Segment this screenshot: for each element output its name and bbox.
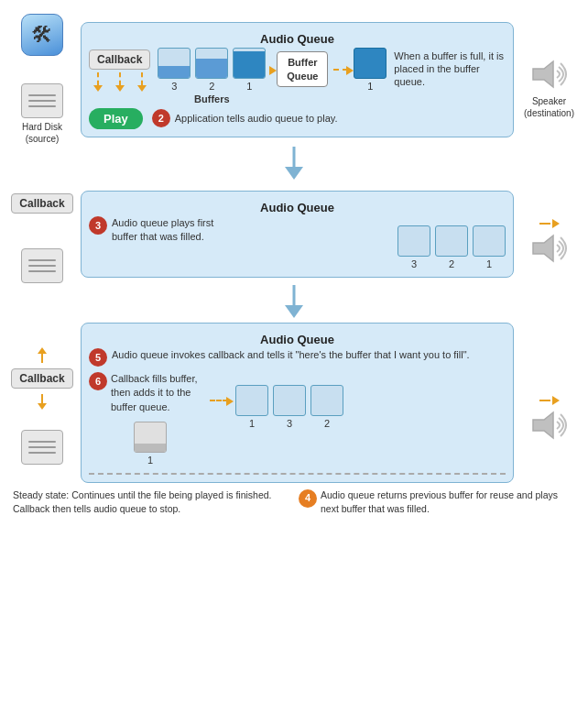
d3-right-area [519, 363, 579, 444]
d1-left-area: 🛠 Hard Disk (source) [9, 14, 75, 145]
main-container: 🛠 Hard Disk (source) Audio Queue [0, 0, 588, 525]
play-button[interactable]: Play [89, 108, 143, 129]
bottom-note-steady: Steady state: Continues until the file b… [13, 488, 289, 515]
step-5-circle: 5 [89, 348, 107, 367]
d3-buffer-2: 2 [310, 385, 343, 429]
step-3-circle: 3 [89, 216, 107, 235]
buffer-3: 3 [158, 48, 191, 92]
hard-disk-icon: Hard Disk (source) [9, 83, 75, 145]
speaker-icon-1 [528, 56, 572, 93]
speaker-1: Speaker (destination) [519, 56, 579, 119]
callback-box-2: Callback [11, 193, 72, 214]
diagram-3: Callback Audio Queue [9, 323, 579, 483]
hd-label: Hard Disk (source) [9, 121, 75, 145]
callback-box-3: Callback [11, 368, 72, 389]
aq-title-2: Audio Queue [89, 197, 506, 216]
bq-buffer-1 [354, 48, 387, 79]
d3-buffer-1: 1 [235, 385, 268, 429]
audio-queue-1: Audio Queue Callback [81, 22, 514, 137]
speaker-icon-2 [528, 230, 572, 267]
diagram-2: Callback Audio Queue 3 [9, 184, 579, 283]
speaker-icon-3 [528, 407, 572, 444]
d1-audio-queue-box: Audio Queue Callback [81, 22, 514, 137]
buffer-2: 2 [195, 48, 228, 92]
step-3-label: Audio queue plays first buffer that was … [112, 216, 222, 245]
step-2-circle: 2 [152, 109, 170, 127]
d2-right-area [519, 201, 579, 267]
buffer-queue-box: Buffer Queue [277, 51, 328, 87]
d2-left-area: Callback [9, 184, 75, 283]
buffer-1: 1 [233, 48, 266, 92]
svg-marker-5 [285, 305, 303, 318]
buffers-label: Buffers [194, 93, 230, 104]
step-5-label: Audio queue invokes callback and tells i… [112, 348, 470, 362]
arrow-2-to-3 [9, 285, 579, 318]
hard-disk-2 [21, 248, 63, 283]
d2-buffer-2: 2 [435, 225, 468, 269]
hard-disk-3 [21, 430, 63, 465]
bottom-notes: Steady state: Continues until the file b… [9, 488, 579, 515]
audio-queue-2: Audio Queue 3 Audio queue plays first bu… [81, 191, 514, 278]
step-4-circle: 4 [299, 489, 317, 508]
d1-right-area: Speaker (destination) [519, 39, 579, 119]
speaker-label-1: Speaker (destination) [519, 95, 579, 119]
svg-marker-6 [533, 412, 553, 438]
d2-buffer-3: 3 [397, 225, 430, 269]
aq-title-3: Audio Queue [89, 329, 506, 348]
d2-buffer-1: 1 [473, 225, 506, 269]
step-6-label: Callback fills buffer, then adds it to t… [111, 372, 202, 414]
d2-audio-queue-box: Audio Queue 3 Audio queue plays first bu… [81, 191, 514, 278]
svg-marker-0 [533, 61, 553, 87]
svg-marker-3 [533, 236, 553, 261]
step-6-circle: 6 [89, 372, 107, 390]
svg-marker-2 [285, 167, 303, 180]
diagram-1: 🛠 Hard Disk (source) Audio Queue [9, 14, 579, 145]
d3-audio-queue-box: Audio Queue 5 Audio queue invokes callba… [81, 323, 514, 483]
d1-note: When a buffer is full, it is placed in t… [394, 49, 506, 89]
audio-queue-3: Audio Queue 5 Audio queue invokes callba… [81, 323, 514, 483]
app-icon: 🛠 [21, 14, 63, 56]
bottom-note-step4: 4 Audio queue returns previous buffer fo… [299, 488, 575, 515]
aq-title-1: Audio Queue [89, 28, 506, 48]
d3-left-area: Callback [9, 342, 75, 465]
callback-box-1: Callback [89, 49, 150, 70]
arrow-1-to-2 [9, 147, 579, 180]
step-2-label: Application tells audio queue to play. [175, 113, 338, 124]
d3-buffer-3: 3 [273, 385, 306, 429]
